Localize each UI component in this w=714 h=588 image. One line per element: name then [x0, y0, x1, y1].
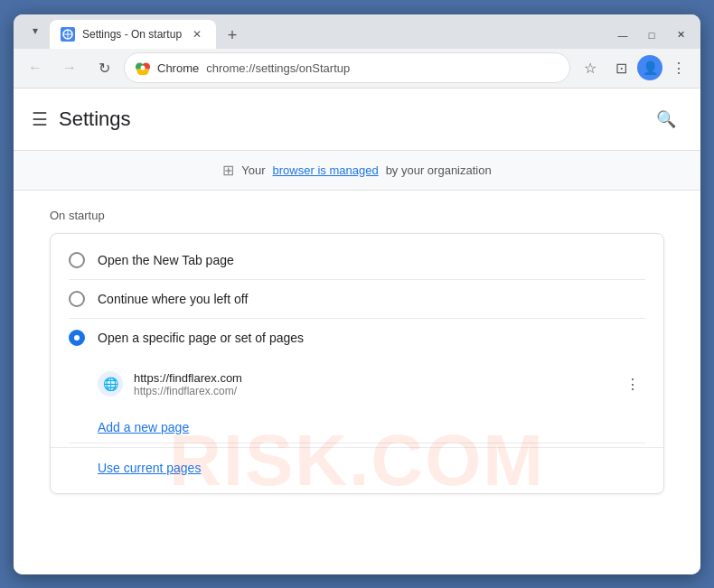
more-icon: ⋮: [672, 60, 686, 77]
address-url: chrome://settings/onStartup: [206, 61, 559, 75]
page-more-button[interactable]: ⋮: [620, 371, 645, 397]
managed-banner: ⊞ Your browser is managed by your organi…: [14, 151, 700, 191]
search-icon: 🔍: [656, 109, 676, 129]
settings-header: ☰ Settings 🔍: [14, 89, 700, 151]
active-tab[interactable]: Settings - On startup ✕: [50, 20, 216, 49]
startup-section: On startup Open the New Tab page Continu…: [14, 191, 700, 512]
option-new-tab-label: Open the New Tab page: [98, 253, 234, 267]
option-specific-label: Open a specific page or set of pages: [98, 331, 304, 345]
browser-brand: Chrome: [157, 61, 199, 75]
settings-main: ☰ Settings 🔍 ⊞ Your browser is managed b…: [14, 89, 700, 574]
radio-specific[interactable]: [69, 330, 85, 346]
refresh-icon: ↻: [99, 60, 110, 77]
extensions-icon: ⊡: [615, 60, 627, 77]
page-content: ☰ Settings 🔍 ⊞ Your browser is managed b…: [14, 89, 700, 574]
startup-page-item: 🌐 https://findflarex.com https://findfla…: [98, 364, 645, 405]
tab-close-btn[interactable]: ✕: [189, 26, 205, 42]
title-bar: ▾ Settings - On startup ✕ + — □ ✕: [14, 14, 700, 49]
managed-text-after: by your organization: [386, 163, 492, 177]
svg-point-4: [141, 66, 146, 70]
navigation-bar: ← → ↻ Chrome chrome://settings/onStartup: [14, 49, 700, 89]
radio-new-tab[interactable]: [69, 252, 85, 268]
section-label: On startup: [50, 209, 664, 222]
star-icon: ☆: [584, 60, 597, 77]
close-button[interactable]: ✕: [668, 25, 693, 45]
nav-actions: ☆ ⊡ 👤 ⋮: [576, 53, 693, 82]
options-card: Open the New Tab page Continue where you…: [50, 233, 664, 494]
tab-strip: ▾ Settings - On startup ✕ +: [21, 16, 610, 49]
option-specific[interactable]: Open a specific page or set of pages: [51, 319, 663, 357]
globe-icon: 🌐: [98, 371, 123, 397]
page-urls: https://findflarex.com https://findflare…: [134, 371, 609, 397]
menu-button[interactable]: ⋮: [664, 53, 693, 82]
settings-search-button[interactable]: 🔍: [650, 103, 682, 135]
address-bar[interactable]: Chrome chrome://settings/onStartup: [124, 52, 570, 83]
managed-text-before: Your: [241, 163, 265, 177]
tab-favicon: [61, 27, 75, 42]
page-url-main: https://findflarex.com: [134, 371, 609, 385]
refresh-button[interactable]: ↻: [89, 53, 118, 82]
back-icon: ←: [28, 60, 42, 76]
forward-icon: →: [62, 60, 77, 76]
radio-continue[interactable]: [69, 291, 85, 307]
option-continue[interactable]: Continue where you left off: [51, 280, 663, 318]
maximize-button[interactable]: □: [639, 25, 664, 45]
window-controls: — □ ✕: [610, 25, 693, 49]
startup-pages-list: 🌐 https://findflarex.com https://findfla…: [51, 357, 663, 408]
profile-icon: 👤: [643, 61, 658, 75]
chrome-logo: [136, 61, 150, 75]
settings-title: Settings: [59, 107, 639, 131]
back-button[interactable]: ←: [21, 53, 50, 82]
tab-label: Settings - On startup: [82, 28, 182, 41]
tab-dropdown-btn[interactable]: ▾: [21, 16, 50, 45]
bookmark-button[interactable]: ☆: [576, 53, 605, 82]
new-tab-button[interactable]: +: [220, 23, 245, 49]
minimize-button[interactable]: —: [610, 25, 635, 45]
browser-window: ▾ Settings - On startup ✕ + — □ ✕: [14, 14, 700, 574]
option-continue-label: Continue where you left off: [98, 292, 248, 306]
add-new-page-link[interactable]: Add a new page: [98, 420, 189, 434]
managed-link[interactable]: browser is managed: [273, 163, 379, 177]
use-current-section: Use current pages: [51, 447, 663, 486]
divider-3: [69, 443, 645, 443]
page-url-sub: https://findflarex.com/: [134, 385, 609, 397]
add-new-page-section: Add a new page: [51, 408, 663, 443]
use-current-pages-link[interactable]: Use current pages: [98, 452, 645, 475]
profile-button[interactable]: 👤: [637, 55, 662, 80]
option-new-tab[interactable]: Open the New Tab page: [51, 241, 663, 279]
extensions-button[interactable]: ⊡: [606, 53, 635, 82]
managed-icon: ⊞: [222, 162, 234, 179]
hamburger-menu-button[interactable]: ☰: [32, 108, 48, 130]
forward-button[interactable]: →: [55, 53, 84, 82]
